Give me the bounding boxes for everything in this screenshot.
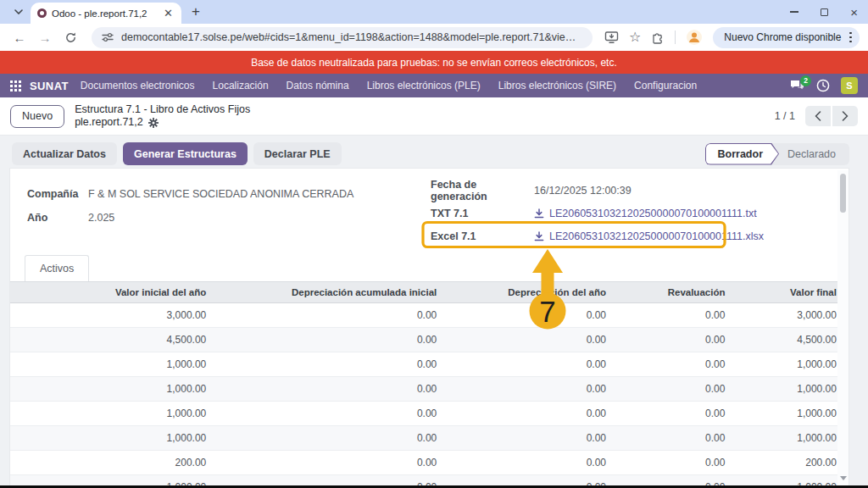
column-header[interactable]: Revaluación <box>618 282 737 302</box>
table-cell: 4,500.00 <box>737 328 849 352</box>
new-record-button[interactable]: Nuevo <box>10 105 64 128</box>
forward-icon[interactable]: → <box>34 26 56 48</box>
table-cell: 0.00 <box>218 303 448 327</box>
download-icon <box>534 208 544 219</box>
form-sheet: Compañía F & M SOL SERVICE SOCIEDAD ANON… <box>9 168 849 488</box>
chrome-update-button[interactable]: Nuevo Chrome disponible <box>713 27 860 48</box>
table-cell: 0.00 <box>218 328 448 352</box>
address-bar[interactable]: democontable17.solse.pe/web#cids=1&menu_… <box>92 27 593 48</box>
column-header[interactable]: Depreciación acumulada inicial <box>218 282 448 302</box>
table-row[interactable]: 1,000.000.000.000.001,000.00 <box>10 377 849 402</box>
gear-icon[interactable] <box>148 118 159 128</box>
update-data-button[interactable]: Actualizar Datos <box>12 142 117 165</box>
year-value[interactable]: 2.025 <box>88 212 114 224</box>
txt-file-label: TXT 7.1 <box>431 208 534 219</box>
tab-close-icon[interactable]: ✕ <box>162 8 175 19</box>
browser-titlebar: Odoo - ple.report.71,2 ✕ + × <box>0 0 868 24</box>
app-brand[interactable]: SUNAT <box>30 80 69 92</box>
apps-grid-icon[interactable] <box>10 80 21 92</box>
excel-download-link[interactable]: LE2060531032120250000070100001111.xlsx <box>534 230 764 242</box>
table-cell: 1,000.00 <box>737 377 849 401</box>
declare-ple-button[interactable]: Declarar PLE <box>253 142 342 165</box>
column-header[interactable]: Depreciación del año <box>448 282 618 302</box>
txt-file-name: LE2060531032120250000070100001111.txt <box>549 208 757 219</box>
table-row[interactable]: 1,000.000.000.000.001,000.00 <box>10 402 849 426</box>
year-label: Año <box>27 212 88 224</box>
field-group-right: Fecha de generación 16/12/2025 12:00:39 … <box>431 179 764 247</box>
table-cell: 0.00 <box>618 328 737 352</box>
table-cell: 4,500.00 <box>10 328 218 352</box>
table-cell: 0.00 <box>618 451 737 474</box>
company-value[interactable]: F & M SOL SERVICE SOCIEDAD ANONIMA CERRA… <box>88 188 353 200</box>
company-label: Compañía <box>27 188 88 200</box>
bookmark-star-icon[interactable]: ☆ <box>629 30 641 44</box>
pager-value: 1 / 1 <box>775 110 795 122</box>
table-row[interactable]: 200.000.000.000.00200.00 <box>10 451 849 475</box>
table-cell: 0.00 <box>448 303 618 327</box>
more-menu-icon[interactable] <box>848 30 854 45</box>
column-header[interactable]: Valor final <box>737 282 849 302</box>
user-avatar[interactable]: S <box>841 77 858 94</box>
download-icon <box>534 231 544 241</box>
toolbar-divider <box>675 30 676 44</box>
new-tab-button[interactable]: + <box>192 4 200 19</box>
close-window-icon[interactable]: × <box>850 6 858 19</box>
reload-icon[interactable] <box>59 26 81 48</box>
table-cell: 1,000.00 <box>10 352 218 376</box>
table-header-row: Valor inicial del año Depreciación acumu… <box>10 281 849 303</box>
tab-title: Odoo - ple.report.71,2 <box>52 8 157 19</box>
txt-download-link[interactable]: LE2060531032120250000070100001111.txt <box>534 208 757 219</box>
tab-activos[interactable]: Activos <box>25 255 89 281</box>
tab-search-button[interactable] <box>8 3 29 20</box>
table-cell: 0.00 <box>618 352 737 376</box>
generate-structures-button[interactable]: Generar Estructuras <box>123 142 248 165</box>
table-cell: 0.00 <box>618 426 737 450</box>
site-info-icon[interactable] <box>102 32 114 42</box>
browser-tab[interactable]: Odoo - ple.report.71,2 ✕ <box>31 3 181 24</box>
table-cell: 3,000.00 <box>737 303 849 327</box>
url-text[interactable]: democontable17.solse.pe/web#cids=1&menu_… <box>121 31 582 43</box>
scrollbar-thumb[interactable] <box>840 174 846 213</box>
browser-toolbar: ← → democontable17.solse.pe/web#cids=1&m… <box>0 24 868 51</box>
table-cell: 0.00 <box>218 352 448 376</box>
table-row[interactable]: 4,500.000.000.000.004,500.00 <box>10 328 849 352</box>
activities-clock-icon[interactable] <box>816 79 830 92</box>
table-cell: 0.00 <box>448 377 618 401</box>
install-app-icon[interactable] <box>604 30 619 44</box>
breadcrumb-title[interactable]: Estructura 7.1 - Libro de Activos Fijos <box>75 103 250 116</box>
excel-file-label: Excel 7.1 <box>431 230 534 242</box>
navbar-item[interactable]: Libros electrónicos (PLE) <box>367 80 481 92</box>
chrome-update-label: Nuevo Chrome disponible <box>724 31 841 43</box>
pager-previous-button[interactable] <box>805 106 831 126</box>
minimize-icon[interactable] <box>790 11 798 13</box>
table-row[interactable]: 1,000.000.000.000.001,000.00 <box>10 352 849 377</box>
action-button-row: Actualizar Datos Generar Estructuras Dec… <box>12 142 849 165</box>
maximize-icon[interactable] <box>821 8 828 16</box>
navbar-menu: Documentos electronicosLocalizaciónDatos… <box>81 80 697 92</box>
navbar-item[interactable]: Documentos electronicos <box>81 80 195 92</box>
messages-button[interactable]: 2 <box>790 80 805 92</box>
column-header[interactable]: Valor inicial del año <box>10 282 218 302</box>
status-step-declared[interactable]: Declarado <box>779 143 849 165</box>
extensions-icon[interactable] <box>651 30 665 44</box>
table-row[interactable]: 3,000.000.000.000.003,000.00 <box>10 303 849 328</box>
pager: 1 / 1 <box>775 106 858 126</box>
navbar-item[interactable]: Datos nómina <box>287 80 349 92</box>
profile-avatar-icon[interactable] <box>686 29 703 46</box>
back-icon[interactable]: ← <box>8 26 31 48</box>
table-cell: 0.00 <box>448 426 618 450</box>
navbar-item[interactable]: Configuracion <box>634 80 697 92</box>
table-cell: 1,000.00 <box>737 426 849 450</box>
test-database-banner: Base de datos neutralizada para pruebas:… <box>0 51 868 74</box>
field-group-left: Compañía F & M SOL SERVICE SOCIEDAD ANON… <box>27 187 353 235</box>
navbar-item[interactable]: Libros electrónicos (SIRE) <box>498 80 616 92</box>
table-row[interactable]: 1,000.000.000.000.001,000.00 <box>10 426 849 451</box>
status-step-draft[interactable]: Borrador <box>705 143 779 165</box>
scrollbar[interactable] <box>837 170 849 485</box>
navbar-item[interactable]: Localización <box>213 80 269 92</box>
table-cell: 1,000.00 <box>737 352 849 376</box>
pager-next-button[interactable] <box>832 106 858 126</box>
scrollbar-down-arrow[interactable] <box>840 476 847 480</box>
breadcrumb-record: ple.report.71,2 <box>75 116 143 129</box>
table-cell: 0.00 <box>618 402 737 425</box>
